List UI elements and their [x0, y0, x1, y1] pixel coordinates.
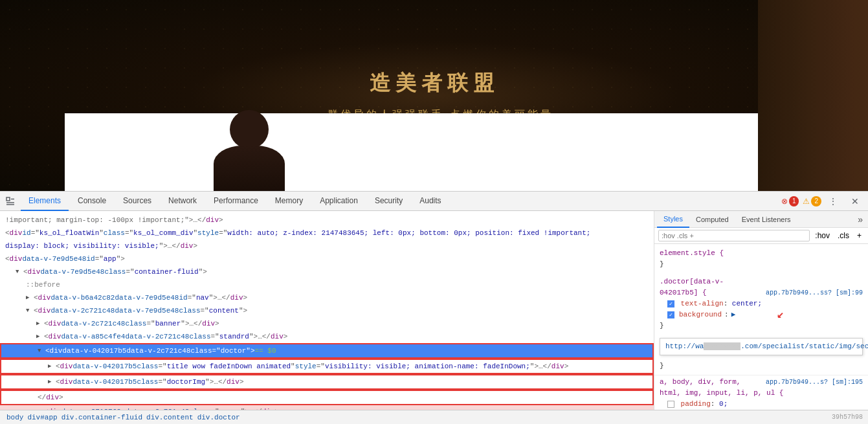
- dom-line[interactable]: ▶ <div data-v-b6a42c82 data-v-7e9d5e48 i…: [0, 291, 654, 304]
- dom-line[interactable]: ▶ <div data-v-042017b5 class="title wow …: [0, 359, 654, 374]
- tab-performance[interactable]: Performance: [206, 192, 266, 211]
- rule-file-link[interactable]: app.7b7b949...ss? [sm]:99: [766, 287, 863, 298]
- devtools-body: !important; margin-top: -100px !importan…: [0, 211, 868, 410]
- right-image: [758, 0, 868, 191]
- tab-elements[interactable]: Elements: [21, 192, 69, 211]
- style-prop-padding: padding: 0;: [660, 399, 863, 410]
- style-checkbox-text-align[interactable]: [667, 300, 674, 307]
- dom-line[interactable]: !important; margin-top: -100px !importan…: [0, 214, 654, 227]
- svg-rect-0: [6, 197, 10, 201]
- breadcrumb-content[interactable]: div.content: [145, 414, 195, 421]
- dom-line[interactable]: display: block; visibility: visible;">…<…: [0, 240, 654, 252]
- filter-cls-btn[interactable]: .cls: [835, 230, 852, 241]
- breadcrumb-doctor[interactable]: div.doctor: [196, 414, 241, 421]
- tab-event-listeners[interactable]: Event Listeners: [735, 211, 797, 228]
- devtools-footer-info: 39h57h98: [832, 414, 863, 421]
- person-head: [230, 110, 269, 149]
- styles-more-btn[interactable]: »: [855, 214, 865, 225]
- dom-line[interactable]: ▼ <div data-v-2c721c48 data-v-7e9d5e48 c…: [0, 304, 654, 317]
- url-popup: http://waxxxxxxxx.com/specialist/static/…: [660, 338, 863, 355]
- dom-line[interactable]: <div data-v-7e9d5e48 id="app">: [0, 252, 654, 265]
- inspector-icon-btn[interactable]: [3, 194, 18, 209]
- tab-application[interactable]: Application: [312, 192, 366, 211]
- tab-computed[interactable]: Computed: [689, 211, 735, 228]
- tab-console[interactable]: Console: [70, 192, 114, 211]
- style-rule-close: }: [654, 359, 868, 373]
- dom-line[interactable]: ::before: [0, 278, 654, 291]
- breadcrumb-bar: body div#app div.container-fluid div.con…: [0, 410, 868, 424]
- devtools-panel: Elements Console Sources Network Perform…: [0, 191, 868, 424]
- error-badge: ⊗ 1: [781, 196, 799, 206]
- dom-line[interactable]: ▼ <div data-v-7e9d5e48 class="container-…: [0, 265, 654, 278]
- breadcrumb-container[interactable]: div.container-fluid: [60, 414, 144, 421]
- tab-security[interactable]: Security: [367, 192, 410, 211]
- annotation-arrow: ↙: [777, 309, 784, 320]
- tab-styles[interactable]: Styles: [657, 211, 689, 228]
- filter-plus-btn[interactable]: +: [854, 230, 864, 241]
- more-options-btn[interactable]: ⋮: [825, 194, 841, 209]
- dom-line[interactable]: ▶ <div data-v-a85c4fe4 data-v-2c721c48 c…: [0, 330, 654, 343]
- style-checkbox-padding[interactable]: [667, 401, 674, 408]
- style-rule-element: element.style { }: [654, 247, 868, 271]
- dom-line-selected[interactable]: ▼ <div data-v-042017b5 data-v-2c721c48 c…: [0, 343, 654, 359]
- dom-line[interactable]: ▶ <div data-v-2713763e data-v-2c721c48 c…: [0, 405, 654, 410]
- tab-memory[interactable]: Memory: [267, 192, 311, 211]
- style-rule-body: a, body, div, form, app.7b7b949...s? [sm…: [654, 375, 868, 410]
- styles-tabbar: Styles Computed Event Listeners »: [654, 211, 868, 228]
- styles-filter-input[interactable]: [658, 230, 810, 241]
- warn-badge: ⚠ 2: [803, 196, 821, 206]
- person-body: [214, 146, 285, 191]
- styles-filter-bar: :hov .cls +: [654, 228, 868, 244]
- rule-file-link2[interactable]: app.7b7b949...s? [sm]:195: [766, 377, 863, 388]
- style-prop-text-align: text-align: center;: [660, 298, 863, 309]
- close-devtools-btn[interactable]: ✕: [847, 194, 863, 209]
- dom-line[interactable]: </div>: [0, 390, 654, 405]
- browser-viewport: 造美者联盟 一群优异的人强强联手 点燃你的美丽能量: [0, 0, 868, 424]
- breadcrumb-body[interactable]: body: [5, 414, 25, 421]
- filter-hov-btn[interactable]: :hov: [812, 230, 832, 241]
- breadcrumb-app[interactable]: div#app: [26, 414, 58, 421]
- style-rule-doctor: .doctor[data-v- 042017b5] { app.7b7b949.…: [654, 275, 868, 333]
- page-title-chinese: 造美者联盟: [370, 69, 499, 98]
- tab-sources[interactable]: Sources: [115, 192, 159, 211]
- style-prop-background: background: ▶ ↙: [660, 309, 863, 320]
- dom-panel[interactable]: !important; margin-top: -100px !importan…: [0, 211, 654, 410]
- styles-panel: Styles Computed Event Listeners » :hov .…: [654, 211, 868, 410]
- tab-audits[interactable]: Audits: [412, 192, 449, 211]
- dom-line[interactable]: ▶ <div data-v-2c721c48 class="banner">…<…: [0, 317, 654, 330]
- style-checkbox-background[interactable]: [667, 311, 674, 318]
- right-image-overlay: [758, 0, 868, 191]
- devtools-tab-right: ⊗ 1 ⚠ 2 ⋮ ✕: [781, 194, 865, 209]
- dom-line[interactable]: ▶ <div data-v-042017b5 class="doctorImg"…: [0, 374, 654, 390]
- dom-line[interactable]: <div id="ks_ol_floatWin" class="ks_ol_co…: [0, 227, 654, 240]
- page-content-area: 造美者联盟 一群优异的人强强联手 点燃你的美丽能量: [0, 0, 868, 191]
- tab-network[interactable]: Network: [161, 192, 205, 211]
- devtools-tabbar: Elements Console Sources Network Perform…: [0, 192, 868, 211]
- person-figure: [214, 110, 285, 191]
- styles-body: element.style { } .doctor[data-v- 042017…: [654, 244, 868, 410]
- white-overlay: [65, 113, 868, 191]
